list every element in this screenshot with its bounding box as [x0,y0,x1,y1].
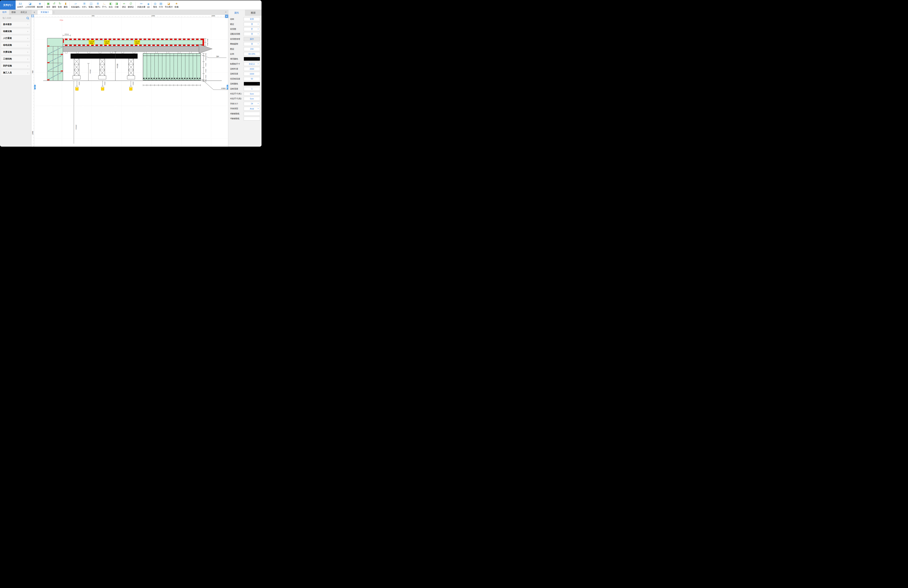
lattice-tower[interactable] [127,59,135,79]
tool-preview-button[interactable]: ◎预览 [152,0,158,10]
sidebar-tab-custom[interactable]: 自定义 [18,10,29,15]
traffic-barrel[interactable]: 100cm [101,81,106,90]
lattice-tower[interactable] [73,59,80,79]
fit-bg-image-select[interactable]: 否 [244,32,260,36]
info-box-height-input[interactable]: 50 [244,77,260,81]
sidebar-tab-icons[interactable]: 图标 [9,10,18,15]
category-item[interactable]: 基本图形› [1,21,30,27]
property-label: 边框长度 [230,67,244,70]
warning-sign[interactable]: 进入施工现场请减速慢行 [104,40,110,45]
font-size-select[interactable]: 24 [244,102,260,106]
y-guide-input[interactable] [244,117,260,120]
bg-image-manage-button[interactable]: 操作 [244,37,260,41]
traffic-barrel[interactable]: 100cm [129,81,134,90]
tool-build-steps-button[interactable]: ≔拆建步骤 [136,0,146,10]
drawing-canvas[interactable]: 37px 2000cm [34,17,228,147]
tool-save-button[interactable]: ▣保存 [45,0,51,10]
traffic-barrels[interactable]: 100cm100cm100cm [76,81,134,90]
tool-upload-background-button[interactable]: ◪上传背景图 [24,0,36,10]
svg-text:90cm: 90cm [155,79,158,80]
sidebar-tab-components[interactable]: 组件 [0,10,9,15]
name-input[interactable]: 背景 [244,17,260,21]
add-tab-button[interactable]: + [31,10,37,14]
properties-tab-layers[interactable]: 图层 [245,10,262,16]
tool-delete-button[interactable]: ▮删除 [63,0,69,10]
font-type-select[interactable]: Arial [244,107,260,111]
tool-scale-ruler-button[interactable]: 1:1比例尺 [16,0,24,10]
category-item[interactable]: 人行通道› [1,35,30,41]
border-height-input[interactable]: 1500 [244,72,260,76]
border-width-input[interactable]: 1 [244,87,260,91]
fit-view-icon [225,15,228,18]
fill-color-color-picker[interactable] [244,57,260,61]
grid-snap-select[interactable]: 否 [244,42,260,46]
border-length-input[interactable]: 2000 [244,67,260,71]
traffic-barrel[interactable]: 100cm [76,81,80,90]
redo-icon: ↻ [59,2,61,5]
tab-zhijiashigong[interactable]: 支架施工 [37,10,53,14]
tool-size-button[interactable]: ∟尺寸 [101,0,108,10]
properties-tab-attributes[interactable]: 属性 [228,10,245,16]
collapse-panel-icon[interactable]: » [225,11,226,13]
scale-input[interactable]: 83.33% [244,52,260,56]
tool-undo-button[interactable]: ↺撤销 [51,0,57,10]
tool-3d-button[interactable]: ◈3D [146,0,151,10]
category-item[interactable]: 支撑设施› [1,49,30,55]
border-color-color-picker[interactable] [244,82,260,86]
drawing-surface[interactable]: 37px 2000cm [34,17,228,147]
category-item[interactable]: 防护设施› [1,63,30,69]
sweep-bar-label: 扫地杆 [221,87,226,89]
black-girder[interactable] [71,53,138,59]
file-menu-button[interactable]: 文件(F) [0,0,16,10]
category-item[interactable]: 施工人员› [1,70,30,76]
lattice-tower[interactable] [98,59,106,79]
tool-align-button[interactable]: ≣对齐 [81,0,88,10]
bridge-deck[interactable] [63,46,199,51]
tool-distribute-button[interactable]: ≣散列 [95,0,101,10]
tool-redo-button[interactable]: ↻恢复 [57,0,63,10]
search-input[interactable]: 输入名称 [2,16,30,20]
x-guide-input[interactable] [244,112,260,116]
fit-view-button[interactable] [225,15,228,18]
property-value: 1 [251,88,253,90]
deck-arrow-head[interactable] [199,44,212,53]
stair-tower[interactable] [47,38,63,81]
collapse-right-handle[interactable]: ▶ [227,85,228,90]
tool-bind-button[interactable]: ∞绑定 [121,0,127,10]
tool-group-button[interactable]: ◧组合 [108,0,114,10]
ruler-origin-button[interactable] [31,15,34,17]
category-item[interactable]: 临建设施› [1,28,30,34]
category-item[interactable]: 工程结构› [1,56,30,62]
tool-mirror-button[interactable]: ◫镜像 [88,0,95,10]
category-item[interactable]: 临电设施› [1,42,30,48]
tool-favorite-button[interactable]: ★收藏 [174,0,179,10]
vertical-ruler[interactable]: 500 1000 [31,17,34,147]
tool-print-button[interactable]: ▤打印 [158,0,164,10]
covered-walkway[interactable]: 进入施工现场请减速慢行进入施工现场请减速慢行进入施工现场请减速慢行 [63,39,204,46]
property-label: 名称 [230,18,244,21]
map-size-length-input[interactable]: 0cm [244,92,260,96]
export-image-icon: ◪ [167,2,170,5]
bg-image-select[interactable]: 空 [244,27,260,31]
warning-sign[interactable]: 进入施工现场请减速慢行 [89,40,95,45]
ruler-mark: 1000 [150,15,155,17]
warning-sign[interactable]: 进入施工现场请减速慢行 [134,40,140,45]
tool-label: 打印 [159,6,163,8]
tool-export-image-button[interactable]: ◪导出图片 [164,0,174,10]
locked-select[interactable]: 否 [244,22,260,26]
map-size-height-input[interactable]: 0cm [244,97,260,101]
tool-unbind-button[interactable]: ∅解绑定 [127,0,135,10]
scaffold-wall[interactable]: 90cm90cm90cm90cm90cm90cm90cm90cm90cm90cm… [143,53,201,80]
horizontal-ruler[interactable]: 500 1000 1500 [34,15,228,17]
tool-paste-offset-button[interactable]: ▱粘贴偏移 [70,0,81,10]
search-icon[interactable] [26,17,29,19]
tool-eraser-button[interactable]: ◈橡皮擦 [36,0,44,10]
frame-size-select[interactable]: 自定义 [244,62,260,66]
property-label: 对应尺寸(高) [230,97,244,100]
lattice-towers[interactable] [73,59,135,79]
property-label: 网格吸附 [230,43,244,45]
collapse-left-handle[interactable]: ◀ [34,85,36,90]
layer-input[interactable]: 200 [244,47,260,51]
property-row-border-length: 边框长度2000 [230,66,260,71]
tool-ungroup-button[interactable]: ◨分解 [114,0,119,10]
